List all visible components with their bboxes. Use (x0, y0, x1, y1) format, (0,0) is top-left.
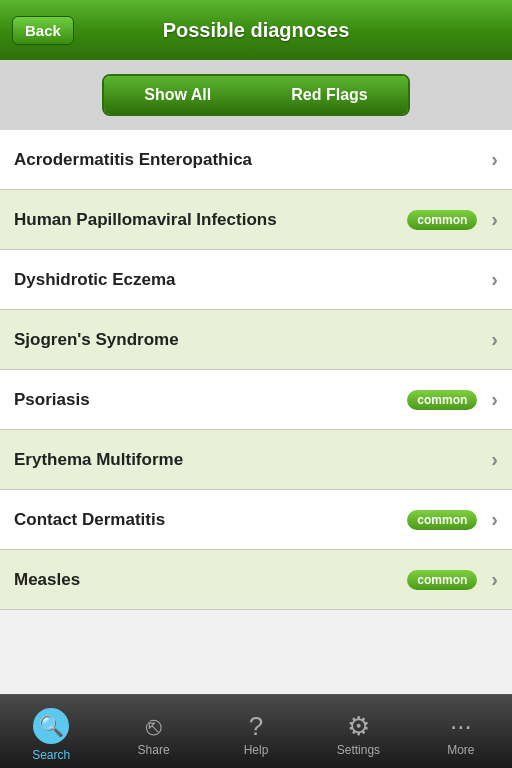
chevron-right-icon: › (491, 148, 498, 171)
list-item[interactable]: Psoriasiscommon› (0, 370, 512, 430)
list-item[interactable]: Measlescommon› (0, 550, 512, 610)
more-icon: ··· (450, 713, 472, 739)
diagnosis-name: Sjogren's Syndrome (14, 330, 485, 350)
common-badge: common (407, 510, 477, 530)
chevron-right-icon: › (491, 388, 498, 411)
common-badge: common (407, 210, 477, 230)
diagnosis-name: Psoriasis (14, 390, 397, 410)
chevron-right-icon: › (491, 328, 498, 351)
diagnosis-name: Dyshidrotic Eczema (14, 270, 485, 290)
tab-share[interactable]: ⎋ Share (102, 695, 204, 768)
header: Back Possible diagnoses (0, 0, 512, 60)
common-badge: common (407, 390, 477, 410)
tab-more[interactable]: ··· More (410, 695, 512, 768)
list-item[interactable]: Contact Dermatitiscommon› (0, 490, 512, 550)
tab-search[interactable]: 🔍 Search (0, 695, 102, 768)
search-tab-label: Search (32, 748, 70, 762)
page-title: Possible diagnoses (0, 19, 512, 42)
tab-settings[interactable]: ⚙ Settings (307, 695, 409, 768)
list-item[interactable]: Sjogren's Syndrome› (0, 310, 512, 370)
back-button[interactable]: Back (12, 16, 74, 45)
list-item[interactable]: Dyshidrotic Eczema› (0, 250, 512, 310)
tab-help[interactable]: ? Help (205, 695, 307, 768)
diagnosis-name: Measles (14, 570, 397, 590)
show-all-button[interactable]: Show All (104, 76, 251, 114)
share-tab-label: Share (138, 743, 170, 757)
settings-tab-label: Settings (337, 743, 380, 757)
diagnosis-name: Erythema Multiforme (14, 450, 485, 470)
diagnosis-name: Contact Dermatitis (14, 510, 397, 530)
share-icon: ⎋ (146, 713, 162, 739)
list-item[interactable]: Acrodermatitis Enteropathica› (0, 130, 512, 190)
tab-bar: 🔍 Search ⎋ Share ? Help ⚙ Settings ··· M… (0, 694, 512, 768)
settings-icon: ⚙ (347, 713, 370, 739)
chevron-right-icon: › (491, 208, 498, 231)
diagnosis-name: Acrodermatitis Enteropathica (14, 150, 485, 170)
common-badge: common (407, 570, 477, 590)
help-tab-label: Help (244, 743, 269, 757)
red-flags-button[interactable]: Red Flags (251, 76, 407, 114)
chevron-right-icon: › (491, 508, 498, 531)
chevron-right-icon: › (491, 568, 498, 591)
more-tab-label: More (447, 743, 474, 757)
help-icon: ? (249, 713, 263, 739)
list-item[interactable]: Human Papillomaviral Infectionscommon› (0, 190, 512, 250)
diagnoses-list: Acrodermatitis Enteropathica›Human Papil… (0, 130, 512, 706)
filter-toggle: Show All Red Flags (102, 74, 409, 116)
toggle-bar: Show All Red Flags (0, 60, 512, 130)
list-item[interactable]: Erythema Multiforme› (0, 430, 512, 490)
diagnosis-name: Human Papillomaviral Infections (14, 210, 397, 230)
chevron-right-icon: › (491, 448, 498, 471)
chevron-right-icon: › (491, 268, 498, 291)
search-icon: 🔍 (33, 708, 69, 744)
